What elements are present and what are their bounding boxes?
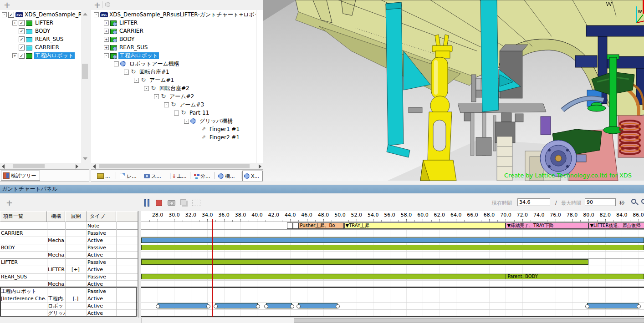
bar-handle[interactable] <box>290 304 294 308</box>
tab-工...[interactable]: ↓工... <box>169 172 189 181</box>
chart-hscrollbar[interactable] <box>141 318 644 323</box>
tree-item-label[interactable]: CARRIER <box>118 28 144 35</box>
note-cell[interactable] <box>287 222 293 229</box>
tree-item[interactable]: +CARRIER <box>91 27 256 35</box>
table-row[interactable]: CARRIERPassive <box>0 229 138 237</box>
scroll-up-icon[interactable] <box>83 13 87 15</box>
tree-item-label[interactable]: 工程内ロボット <box>118 52 159 59</box>
bar-handle[interactable] <box>156 304 160 308</box>
tab-レ...[interactable]: レ... <box>118 172 139 181</box>
model-tree-hscrollbar[interactable] <box>91 163 263 169</box>
tree-item[interactable]: +LIFTER <box>91 19 256 27</box>
row-expand-toggle[interactable] <box>65 310 86 317</box>
scroll-right-icon[interactable] <box>76 164 78 169</box>
tree-item[interactable]: -↻アーム#3 <box>91 101 256 109</box>
timeline-ruler[interactable]: 28.030.032.034.036.038.040.042.044.046.0… <box>141 211 644 222</box>
scroll-down-icon[interactable] <box>83 157 87 160</box>
add-row-button[interactable]: + <box>6 199 13 207</box>
tree-item-label[interactable]: アーム#2 <box>169 93 195 100</box>
hscroll-thumb[interactable] <box>13 164 45 168</box>
chart-hscroll-thumb[interactable] <box>294 318 644 323</box>
viewport-3d[interactable]: Create by Lattice Technology.co.ltd for … <box>263 0 644 181</box>
tree-item[interactable]: ✓REAR_SUS <box>0 35 81 44</box>
tree-item-label[interactable]: Finger2 #1 <box>209 134 240 141</box>
tree-item-label[interactable]: LIFTER <box>34 20 54 26</box>
scroll-left-icon[interactable] <box>93 164 96 169</box>
gantt-bar[interactable] <box>141 274 644 279</box>
scroll-left-icon[interactable] <box>2 164 5 169</box>
row-expand-toggle[interactable] <box>65 222 86 229</box>
checkbox[interactable]: ✓ <box>19 53 25 59</box>
table-row[interactable]: ロボット...Active <box>0 302 138 309</box>
tree-item-label[interactable]: アーム#3 <box>179 101 205 108</box>
row-expand-toggle[interactable] <box>65 252 86 258</box>
gantt-titlebar[interactable]: ガントチャートパネル <box>0 185 644 193</box>
tab-X...[interactable]: X... <box>242 171 263 181</box>
tree-item[interactable]: ⇗Finger1 #1 <box>91 126 256 134</box>
tree-item[interactable]: +BODY <box>91 35 256 44</box>
collapse-toggle-icon[interactable]: - <box>2 12 7 17</box>
expand-toggle-icon[interactable]: + <box>104 20 109 25</box>
table-row[interactable]: グリッパ...Active <box>0 309 138 317</box>
row-expand-toggle[interactable]: [+] <box>65 266 86 273</box>
table-row[interactable]: Mecha...Active <box>0 251 138 258</box>
max-time-input[interactable]: 90 <box>585 198 616 206</box>
add-button[interactable]: + <box>4 1 10 9</box>
checkbox[interactable]: ✓ <box>19 28 25 34</box>
gantt-bar[interactable] <box>266 303 291 308</box>
tree-item-label[interactable]: 工程内ロボット <box>34 52 75 59</box>
gantt-bar[interactable] <box>587 303 639 308</box>
tree-item-label[interactable]: 回転台座#2 <box>158 85 190 92</box>
gantt-bar[interactable] <box>141 245 644 250</box>
gantt-bar[interactable] <box>141 259 588 265</box>
tree-item-label[interactable]: Part-11 <box>189 110 210 116</box>
tree-item-label[interactable]: CARRIER <box>34 44 60 51</box>
tree-item[interactable]: -グリッパ機構 <box>91 117 256 126</box>
note-cell[interactable]: ▼LIFTER後退、原点復帰 <box>588 222 644 229</box>
bar-handle[interactable] <box>585 304 589 308</box>
table-row[interactable]: LIFTER[+]Active <box>0 266 138 273</box>
tree-item-label[interactable]: XDS_DemoSample_RRsusLIFTER-ガントチャート+ロボット追… <box>108 11 256 18</box>
tree-item[interactable]: -工程内ロボット <box>91 52 256 60</box>
tree-item[interactable]: -ロボットアーム機構 <box>91 60 256 68</box>
table-chart-splitter[interactable] <box>138 211 141 318</box>
collapse-toggle-icon[interactable]: - <box>114 61 119 66</box>
column-header-機構[interactable]: 機構 <box>47 211 65 222</box>
collapse-toggle-icon[interactable]: - <box>94 12 99 17</box>
tree-item-label[interactable]: XDS_DemoSample_RRs <box>24 11 81 18</box>
checkbox[interactable]: ✓ <box>19 36 25 42</box>
pause-icon[interactable] <box>144 199 150 207</box>
expand-toggle-icon[interactable]: + <box>12 20 17 25</box>
tree-item-label[interactable]: グリッパ機構 <box>199 118 234 125</box>
gantt-bar[interactable] <box>215 303 258 308</box>
bar-handle[interactable] <box>256 304 260 308</box>
checkbox[interactable]: ✓ <box>19 20 25 26</box>
tree-item[interactable]: -XVLXDS_DemoSample_RRsusLIFTER-ガントチャート+ロ… <box>91 11 256 19</box>
column-header-項目一覧[interactable]: 項目一覧 <box>0 211 47 222</box>
tree-item-label[interactable]: 回転台座#1 <box>138 69 170 76</box>
stop-icon[interactable] <box>156 200 162 206</box>
tree-item-label[interactable]: REAR_SUS <box>34 36 64 43</box>
tree-item[interactable]: +✓LIFTER <box>0 19 81 27</box>
row-expand-toggle[interactable]: [-] <box>65 295 86 302</box>
model-tree-vscrollbar[interactable] <box>256 10 263 163</box>
collapse-toggle-icon[interactable]: - <box>154 94 159 99</box>
tree-item[interactable]: -↻アーム#2 <box>91 93 256 101</box>
row-expand-toggle[interactable] <box>65 230 86 237</box>
collapse-toggle-icon[interactable]: - <box>124 70 129 75</box>
column-header-展開[interactable]: 展開 <box>65 211 87 222</box>
column-header-extra[interactable] <box>116 211 138 222</box>
expand-toggle-icon[interactable]: + <box>104 37 109 42</box>
collapse-toggle-icon[interactable]: - <box>174 111 179 116</box>
table-row[interactable]: 工程内ロボットPassive <box>0 288 138 295</box>
row-expand-toggle[interactable] <box>65 244 86 251</box>
table-row[interactable]: Mecha...Active <box>0 237 138 244</box>
tab-機...[interactable]: 機... <box>217 172 240 181</box>
tree-item-label[interactable]: BODY <box>34 28 51 35</box>
table-row[interactable]: Note <box>0 222 138 229</box>
column-header-タイプ[interactable]: タイプ <box>87 211 116 222</box>
table-row[interactable]: [Interference Che...工程内...[-]Active <box>0 295 138 302</box>
row-expand-toggle[interactable] <box>65 259 86 266</box>
gantt-bar[interactable] <box>298 303 337 308</box>
tab-study-tree[interactable]: 検討ツリー <box>1 171 40 181</box>
